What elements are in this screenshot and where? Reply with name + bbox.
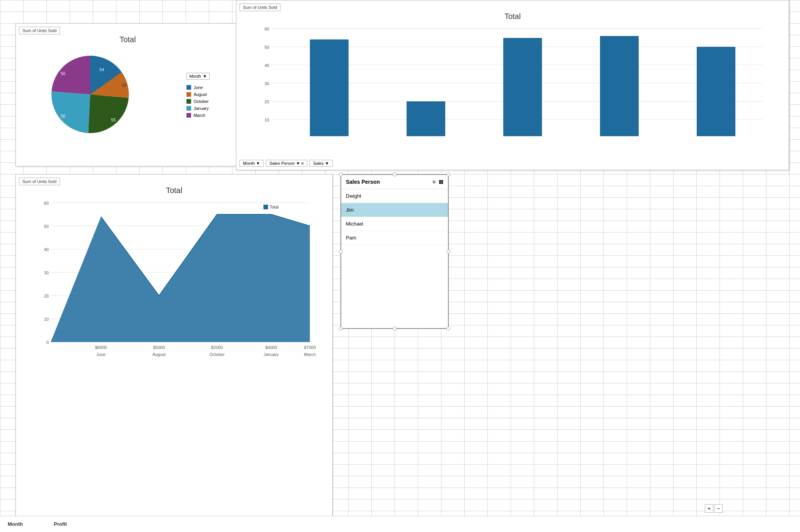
table-col-profit: Profit xyxy=(54,521,67,527)
sales-ctrl-btn[interactable]: Sales ▼ xyxy=(309,160,332,167)
area-x-month-march: March xyxy=(304,352,316,357)
handle-mid-left xyxy=(339,250,343,253)
month-ctrl-btn[interactable]: Month ▼ xyxy=(239,160,263,167)
area-x-price-october: $2000 xyxy=(211,345,223,350)
bar-chart-top-container: Sum of Units Sold Total 60 50 40 30 20 1… xyxy=(236,0,789,170)
area-y-30: 30 xyxy=(44,270,49,275)
pie-chart-inner: 54 20 55 56 50 Month ▼ June xyxy=(16,50,239,140)
filter-row-michael[interactable]: Michael xyxy=(341,217,448,231)
filter-row-pam[interactable]: Pam xyxy=(341,231,448,245)
filter-row-dwight[interactable]: Dwight xyxy=(341,189,448,203)
area-x-price-august: $5000 xyxy=(153,345,165,350)
bar-june xyxy=(310,39,349,136)
area-y-40: 40 xyxy=(44,247,49,252)
bar-march xyxy=(697,47,735,136)
filter-label-michael: Michael xyxy=(346,221,363,227)
legend-color-march xyxy=(186,113,191,118)
y-label-30: 30 xyxy=(265,81,269,86)
bar-chart-top-controls: Month ▼ Sales Person ▼ ≡ Sales ▼ xyxy=(239,160,333,167)
filter-row-jim[interactable]: Jim xyxy=(341,203,448,217)
area-chart-fill xyxy=(51,214,310,342)
sales-dropdown-arrow: ▼ xyxy=(325,161,329,166)
pie-label-october: 55 xyxy=(111,118,116,122)
zoom-controls: + − xyxy=(705,504,723,513)
bar-chart-top-badge: Sum of Units Sold xyxy=(239,3,280,11)
area-y-60: 60 xyxy=(44,201,49,205)
bar-august xyxy=(407,101,445,136)
area-x-price-january: $4000 xyxy=(265,345,277,350)
pie-segments-group: 54 20 55 56 50 xyxy=(51,56,129,133)
bar-october xyxy=(503,38,542,136)
bar-chart-top-inner: 60 50 40 30 20 10 0 xyxy=(236,21,789,167)
y-label-10: 10 xyxy=(265,118,269,122)
legend-label-march: March xyxy=(193,113,205,118)
handle-top-left xyxy=(339,173,343,176)
filter-panel-icons: ≡ ⊠ xyxy=(432,179,443,185)
legend-label-august: August xyxy=(193,92,207,97)
filter-clear-icon[interactable]: ⊠ xyxy=(439,179,443,185)
area-chart-svg: 60 50 40 30 20 10 0 xyxy=(39,199,317,488)
pie-label-january: 56 xyxy=(61,114,65,118)
legend-item-august: August xyxy=(186,92,209,97)
area-chart-container: Sum of Units Sold Total 60 50 40 30 20 1… xyxy=(15,174,333,530)
legend-color-january xyxy=(186,106,191,111)
bar-chart-top-title: Total xyxy=(236,12,789,21)
pie-legend: Month ▼ June August October Januar xyxy=(186,73,209,118)
filter-icon: ▼ xyxy=(296,161,300,166)
area-x-month-january: January xyxy=(263,352,279,357)
handle-bottom-left xyxy=(339,327,343,330)
filter-panel-title: Sales Person xyxy=(346,179,380,185)
area-y-20: 20 xyxy=(44,294,49,298)
area-y-0: 0 xyxy=(46,340,49,345)
y-label-50: 50 xyxy=(265,45,269,50)
pie-chart-title: Total xyxy=(16,35,239,44)
pie-legend-dropdown[interactable]: Month ▼ xyxy=(186,73,209,80)
pie-label-march: 50 xyxy=(61,71,65,76)
filter-sort-icon[interactable]: ≡ xyxy=(432,179,436,185)
y-label-20: 20 xyxy=(265,99,269,104)
month-dropdown-arrow: ▼ xyxy=(256,161,260,166)
legend-item-march: March xyxy=(186,113,209,118)
legend-color-august xyxy=(186,92,191,97)
area-x-price-june: $8000 xyxy=(95,345,107,350)
zoom-plus-btn[interactable]: + xyxy=(705,504,713,513)
dropdown-arrow: ▼ xyxy=(203,74,207,79)
sales-person-ctrl-btn[interactable]: Sales Person ▼ ≡ xyxy=(266,160,307,167)
area-chart-inner: 60 50 40 30 20 10 0 xyxy=(16,195,332,519)
bar-january xyxy=(600,36,639,136)
y-label-60: 60 xyxy=(265,27,269,31)
pie-label-august: 20 xyxy=(122,83,126,87)
handle-top-mid xyxy=(393,173,397,176)
legend-label-june: June xyxy=(193,85,203,90)
filter-label-pam: Pam xyxy=(346,235,356,241)
handle-bottom-mid xyxy=(393,327,397,330)
pie-chart-badge: Sum of Units Sold xyxy=(19,27,60,34)
spreadsheet-background: Sum of Units Sold Total xyxy=(0,0,800,532)
area-chart-badge: Sum of Units Sold xyxy=(19,178,60,185)
filter-panel: Sales Person ≡ ⊠ Dwight Jim Michael Pam xyxy=(340,174,449,329)
pie-label-june: 54 xyxy=(99,67,104,72)
legend-item-june: June xyxy=(186,85,209,90)
segment-january xyxy=(51,91,90,133)
area-legend-color xyxy=(263,205,268,209)
area-chart-title: Total xyxy=(16,186,332,195)
area-x-month-october: October xyxy=(209,352,224,357)
legend-item-january: January xyxy=(186,106,209,111)
legend-label-october: October xyxy=(193,99,209,104)
pie-chart-container: Sum of Units Sold Total xyxy=(15,23,240,166)
filter-label-jim: Jim xyxy=(346,207,354,213)
pie-chart-svg-final: 54 20 55 56 50 xyxy=(46,50,135,139)
handle-mid-right xyxy=(446,250,450,253)
table-footer: Month Profit xyxy=(0,516,800,532)
y-label-40: 40 xyxy=(265,63,269,68)
y-label-0: 0 xyxy=(267,136,269,136)
zoom-minus-btn[interactable]: − xyxy=(714,504,723,513)
month-dropdown-label: Month xyxy=(189,74,201,79)
handle-bottom-right xyxy=(446,327,450,330)
handle-top-right xyxy=(446,173,450,176)
table-col-month: Month xyxy=(8,521,23,527)
area-legend-label: Total xyxy=(270,205,279,209)
filter-panel-header: Sales Person ≡ ⊠ xyxy=(341,175,448,189)
legend-color-october xyxy=(186,99,191,104)
segment-october xyxy=(88,94,129,133)
